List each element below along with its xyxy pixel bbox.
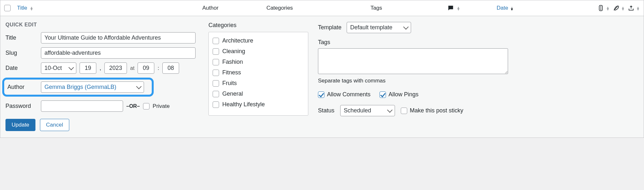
category-item[interactable]: Fruits bbox=[213, 78, 304, 89]
sort-icon: ▲▼ bbox=[457, 6, 460, 10]
slug-input[interactable] bbox=[41, 47, 196, 59]
hour-input[interactable] bbox=[138, 62, 154, 74]
slug-label: Slug bbox=[5, 50, 38, 56]
category-checkbox[interactable] bbox=[213, 38, 219, 44]
allow-comments-label: Allow Comments bbox=[327, 91, 370, 98]
template-label: Template bbox=[318, 24, 341, 31]
category-checkbox[interactable] bbox=[213, 70, 219, 76]
date-label: Date bbox=[5, 65, 38, 71]
year-input[interactable] bbox=[104, 62, 127, 74]
category-item[interactable]: General bbox=[213, 89, 304, 99]
allow-pings-group[interactable]: Allow Pings bbox=[380, 91, 418, 98]
category-label: Fruits bbox=[222, 80, 237, 87]
column-comments[interactable]: ▲▼ bbox=[436, 5, 471, 12]
allow-pings-label: Allow Pings bbox=[389, 91, 418, 98]
category-checkbox[interactable] bbox=[213, 48, 219, 55]
category-label: Cleaning bbox=[222, 48, 245, 55]
update-button[interactable]: Update bbox=[5, 119, 35, 131]
password-input[interactable] bbox=[41, 100, 123, 112]
allow-pings-checkbox[interactable] bbox=[380, 91, 386, 98]
category-checkbox[interactable] bbox=[213, 59, 219, 65]
comma: , bbox=[100, 65, 101, 71]
tags-hint: Separate tags with commas bbox=[318, 78, 639, 84]
or-label: –OR– bbox=[126, 103, 140, 109]
quick-edit-legend: QUICK EDIT bbox=[5, 22, 199, 28]
status-label: Status bbox=[318, 107, 334, 114]
column-title[interactable]: Title bbox=[17, 5, 27, 11]
category-label: Healthy Lifestyle bbox=[222, 101, 265, 108]
category-checkbox[interactable] bbox=[213, 80, 219, 87]
allow-comments-checkbox[interactable] bbox=[318, 91, 324, 98]
category-item[interactable]: Cleaning bbox=[213, 46, 304, 57]
sort-icon: ▲▼ bbox=[636, 6, 640, 10]
categories-list[interactable]: Architecture Cleaning Fashion Fitness Fr… bbox=[208, 32, 308, 116]
svg-point-1 bbox=[601, 6, 601, 7]
category-checkbox[interactable] bbox=[213, 91, 219, 97]
author-row-highlight: Author Gemma Briggs (GemmaLB) bbox=[2, 78, 154, 97]
category-label: Architecture bbox=[222, 37, 253, 44]
column-categories[interactable]: Categories bbox=[243, 5, 317, 11]
select-all-checkbox[interactable] bbox=[4, 5, 11, 11]
categories-heading: Categories bbox=[208, 22, 308, 29]
column-author[interactable]: Author bbox=[178, 5, 243, 11]
sticky-label: Make this post sticky bbox=[410, 107, 463, 114]
author-label: Author bbox=[7, 84, 38, 90]
day-input[interactable] bbox=[80, 62, 96, 74]
sort-icon: ▲▼ bbox=[510, 6, 514, 10]
private-checkbox[interactable] bbox=[143, 103, 149, 109]
minute-input[interactable] bbox=[162, 62, 179, 74]
posts-table-header: Title ▲▼ Author Categories Tags ▲▼ Date … bbox=[0, 0, 644, 16]
colon: : bbox=[158, 65, 159, 71]
sort-icon: ▲▼ bbox=[606, 6, 610, 10]
feather-icon[interactable]: ▲▼ bbox=[613, 5, 625, 11]
sticky-checkbox[interactable] bbox=[401, 108, 407, 114]
allow-comments-group[interactable]: Allow Comments bbox=[318, 91, 370, 98]
title-label: Title bbox=[5, 34, 38, 41]
sort-icon: ▲▼ bbox=[30, 6, 34, 10]
tags-input[interactable] bbox=[318, 48, 508, 74]
category-item[interactable]: Healthy Lifestyle bbox=[213, 99, 304, 110]
category-item[interactable]: Fashion bbox=[213, 57, 304, 67]
category-checkbox[interactable] bbox=[213, 101, 219, 108]
category-label: Fashion bbox=[222, 59, 243, 65]
cancel-button[interactable]: Cancel bbox=[40, 119, 69, 131]
category-item[interactable]: Architecture bbox=[213, 35, 304, 46]
month-select[interactable]: 10-Oct bbox=[41, 62, 76, 74]
sticky-group[interactable]: Make this post sticky bbox=[401, 107, 463, 114]
author-select[interactable]: Gemma Briggs (GemmaLB) bbox=[41, 81, 144, 93]
private-label: Private bbox=[153, 103, 170, 109]
column-tags[interactable]: Tags bbox=[317, 5, 436, 11]
sort-icon: ▲▼ bbox=[621, 6, 625, 10]
category-label: General bbox=[222, 90, 243, 97]
column-date[interactable]: Date bbox=[497, 5, 508, 11]
outbox-icon[interactable]: ▲▼ bbox=[628, 5, 640, 11]
title-input[interactable] bbox=[41, 32, 196, 43]
category-item[interactable]: Fitness bbox=[213, 67, 304, 78]
quick-edit-panel: QUICK EDIT Title Slug Date 10-Oct , at : bbox=[0, 16, 644, 138]
traffic-light-icon[interactable]: ▲▼ bbox=[598, 5, 610, 11]
tags-label: Tags bbox=[318, 39, 639, 46]
svg-point-2 bbox=[601, 8, 601, 9]
at-label: at bbox=[130, 65, 134, 71]
template-select[interactable]: Default template bbox=[347, 22, 411, 33]
status-select[interactable]: Scheduled bbox=[340, 105, 395, 116]
comment-icon bbox=[447, 5, 454, 12]
category-label: Fitness bbox=[222, 69, 241, 76]
password-label: Password bbox=[5, 103, 38, 109]
svg-point-3 bbox=[601, 9, 601, 10]
